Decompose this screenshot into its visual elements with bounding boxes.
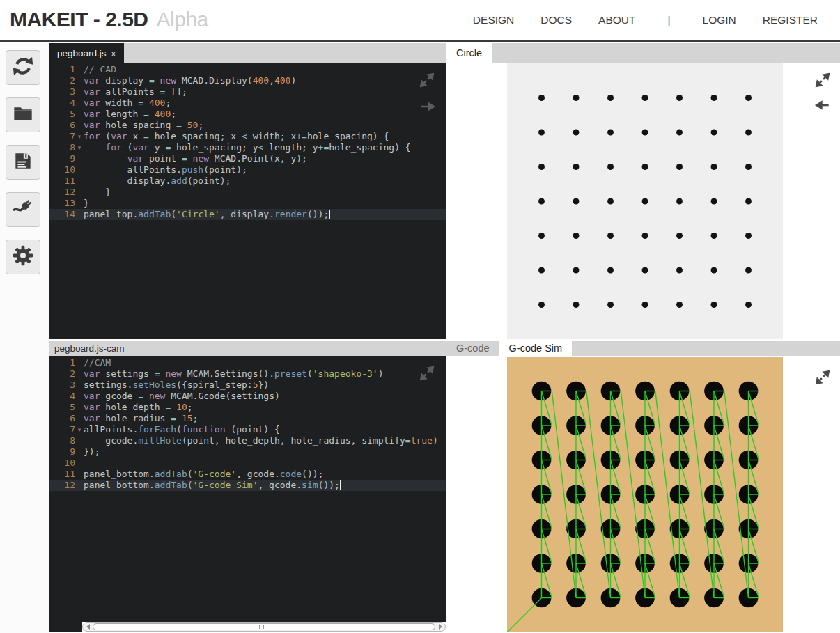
code-line[interactable]: 3var allPoints = [];	[49, 86, 446, 97]
tab-close-icon[interactable]: x	[111, 48, 116, 58]
code-line[interactable]: 11 display.add(point);	[49, 175, 446, 187]
expand-icon[interactable]	[814, 71, 832, 92]
code-text: var allPoints = [];	[84, 86, 446, 97]
line-number: 8	[49, 435, 75, 446]
code-line[interactable]: 2var settings = new MCAM.Settings().pres…	[49, 368, 446, 380]
nav-docs[interactable]: DOCS	[540, 14, 572, 26]
open-file-button[interactable]	[6, 97, 40, 132]
code-line[interactable]: 3settings.setHoles({spiral_step:5})	[49, 380, 446, 391]
fold-gutter	[75, 368, 84, 380]
line-number: 6	[49, 120, 75, 131]
tab-label: G-code Sim	[509, 343, 563, 354]
cad-preview-tabbar: Circle	[446, 43, 840, 63]
code-line[interactable]: 8▾ for (var y = hole_spacing; y< length;…	[49, 142, 446, 153]
line-number: 11	[49, 469, 75, 480]
line-number: 8	[49, 142, 75, 153]
line-number: 11	[49, 175, 75, 187]
code-line[interactable]: 7▾for (var x = hole_spacing; x < width; …	[49, 131, 446, 142]
code-line[interactable]: 9});	[49, 446, 446, 458]
code-line[interactable]: 2var display = new MCAD.Display(400,400)	[49, 75, 446, 86]
fold-gutter	[75, 187, 84, 198]
arrow-right-icon[interactable]	[418, 97, 436, 118]
line-number: 5	[49, 109, 75, 120]
expand-icon[interactable]	[418, 71, 436, 92]
fold-gutter	[75, 435, 84, 446]
scroll-left-arrow-icon[interactable]	[84, 623, 91, 630]
code-text	[84, 458, 446, 469]
logo-text: MAKEIT - 2.5D	[10, 8, 148, 31]
cad-code-area[interactable]: 1// CAD2var display = new MCAD.Display(4…	[49, 63, 446, 339]
cad-preview-content	[446, 63, 840, 340]
code-text: // CAD	[84, 64, 446, 75]
cam-editor-titlebar[interactable]: pegboard.js-cam	[49, 341, 446, 356]
code-line[interactable]: 4var gcode = new MCAM.Gcode(settings)	[49, 391, 446, 402]
nav-register[interactable]: REGISTER	[763, 14, 818, 26]
code-line[interactable]: 11panel_bottom.addTab('G-code', gcode.co…	[49, 469, 446, 480]
fold-gutter	[75, 75, 84, 86]
code-line[interactable]: 10	[49, 458, 446, 469]
fold-gutter	[75, 64, 84, 75]
line-number: 6	[49, 413, 75, 424]
code-line[interactable]: 10 allPoints.push(point);	[49, 164, 446, 175]
text-cursor	[340, 480, 341, 490]
fold-gutter	[75, 86, 84, 97]
code-line[interactable]: 7▾allPoints.forEach(function (point) {	[49, 424, 446, 435]
code-line[interactable]: 6var hole_spacing = 50;	[49, 120, 446, 131]
line-number: 2	[49, 368, 75, 380]
folder-icon	[12, 102, 34, 127]
code-line[interactable]: 5var hole_depth = 10;	[49, 402, 446, 413]
fold-arrow-icon[interactable]: ▾	[75, 142, 84, 153]
code-text: }	[84, 187, 446, 198]
code-line[interactable]: 12panel_bottom.addTab('G-code Sim', gcod…	[49, 480, 446, 491]
line-number: 7	[49, 131, 75, 142]
code-line[interactable]: 5var length = 400;	[49, 109, 446, 120]
code-text: panel_top.addTab('Circle', display.rende…	[84, 209, 446, 220]
code-line[interactable]: 13}	[49, 198, 446, 209]
code-line[interactable]: 12 }	[49, 187, 446, 198]
gcode-sim-canvas	[507, 357, 783, 633]
nav-login[interactable]: LOGIN	[703, 14, 736, 26]
expand-icon[interactable]	[418, 364, 436, 385]
line-number: 3	[49, 380, 75, 391]
line-number: 1	[49, 357, 75, 368]
code-line[interactable]: 8 gcode.millHole(point, hole_depth, hole…	[49, 435, 446, 446]
tab-gcode-sim[interactable]: G-code Sim	[499, 341, 573, 356]
settings-button[interactable]	[6, 240, 40, 274]
code-text: var display = new MCAD.Display(400,400)	[84, 75, 446, 86]
fold-gutter	[75, 469, 84, 480]
code-line[interactable]: 6var hole_radius = 15;	[49, 413, 446, 424]
fold-gutter	[75, 380, 84, 391]
line-number: 2	[49, 75, 75, 86]
code-text: allPoints.push(point);	[84, 164, 446, 175]
line-number: 13	[49, 198, 75, 209]
save-button[interactable]	[6, 145, 40, 180]
code-line[interactable]: 1//CAM	[49, 357, 446, 368]
scroll-right-arrow-icon[interactable]	[437, 623, 444, 630]
arrow-left-icon[interactable]	[814, 96, 832, 117]
cam-code-area[interactable]: 1//CAM2var settings = new MCAM.Settings(…	[49, 356, 446, 622]
code-line[interactable]: 4var width = 400;	[49, 97, 446, 109]
horizontal-scrollbar[interactable]	[82, 622, 446, 632]
expand-icon[interactable]	[814, 368, 832, 389]
code-line[interactable]: 14panel_top.addTab('Circle', display.ren…	[49, 209, 446, 220]
line-number: 5	[49, 402, 75, 413]
refresh-button[interactable]	[6, 50, 40, 85]
code-text: //CAM	[84, 357, 446, 368]
code-line[interactable]: 1// CAD	[49, 64, 446, 75]
plugin-button[interactable]	[6, 192, 40, 227]
nav-design[interactable]: DESIGN	[473, 14, 514, 26]
code-line[interactable]: 9 var point = new MCAD.Point(x, y);	[49, 153, 446, 164]
tab-gcode[interactable]: G-code	[446, 341, 499, 356]
line-number: 7	[49, 424, 75, 435]
nav-about[interactable]: ABOUT	[598, 14, 635, 26]
scrollbar-thumb[interactable]	[93, 623, 435, 630]
code-text: for (var x = hole_spacing; x < width; x+…	[84, 131, 446, 142]
tab-pegboard-js[interactable]: pegboard.js x	[49, 43, 124, 63]
fold-arrow-icon[interactable]: ▾	[75, 424, 84, 435]
gutter-footer	[49, 622, 82, 632]
cad-preview-panel: Circle	[446, 43, 840, 340]
tab-circle[interactable]: Circle	[446, 43, 492, 63]
header: MAKEIT - 2.5DAlpha DESIGN DOCS ABOUT | L…	[0, 0, 840, 42]
fold-arrow-icon[interactable]: ▾	[75, 131, 84, 142]
code-text: var length = 400;	[84, 109, 446, 120]
